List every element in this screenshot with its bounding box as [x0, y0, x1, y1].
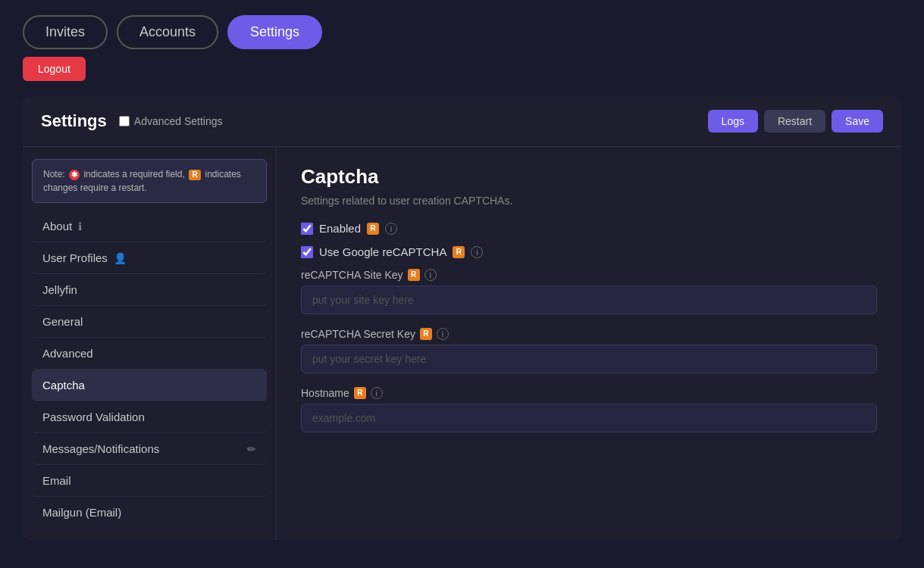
about-label: About [42, 220, 72, 233]
hostname-label-text: Hostname [301, 387, 349, 399]
edit-icon[interactable]: ✏ [247, 443, 256, 455]
use-google-info-icon[interactable]: i [471, 246, 483, 258]
header-actions: Logs Restart Save [708, 110, 883, 133]
secret-key-input[interactable] [301, 345, 877, 373]
advanced-settings-toggle[interactable]: Advanced Settings [119, 115, 223, 127]
note-required-text: indicates a required field, [83, 169, 184, 179]
secret-key-restart-badge: R [420, 328, 432, 340]
settings-panel: Settings Advanced Settings Logs Restart … [23, 96, 901, 540]
email-label: Email [42, 474, 71, 487]
site-key-info-icon[interactable]: i [424, 269, 437, 281]
top-nav: Invites Accounts Settings [0, 0, 924, 57]
secret-key-group: reCAPTCHA Secret Key R i [301, 328, 877, 373]
advanced-settings-checkbox[interactable] [119, 116, 130, 126]
hostname-label: Hostname R i [301, 387, 877, 399]
info-icon: ℹ [78, 220, 82, 233]
nav-invites-button[interactable]: Invites [23, 15, 108, 49]
settings-body: Note: ✱ indicates a required field, R in… [23, 147, 901, 540]
site-key-label-text: reCAPTCHA Site Key [301, 269, 403, 281]
settings-header: Settings Advanced Settings Logs Restart … [23, 96, 901, 147]
note-prefix: Note: [43, 169, 65, 179]
nav-accounts-button[interactable]: Accounts [117, 15, 218, 49]
hostname-input[interactable] [301, 404, 877, 432]
secret-key-label: reCAPTCHA Secret Key R i [301, 328, 877, 340]
site-key-restart-badge: R [408, 269, 420, 281]
logout-button[interactable]: Logout [23, 57, 86, 81]
settings-sidebar: Note: ✱ indicates a required field, R in… [23, 147, 277, 540]
settings-title-area: Settings Advanced Settings [41, 111, 223, 131]
captcha-label: Captcha [42, 379, 85, 392]
general-label: General [42, 315, 83, 328]
logout-row: Logout [0, 57, 924, 96]
user-profiles-label: User Profiles [42, 251, 108, 264]
sidebar-item-email[interactable]: Email [32, 465, 267, 497]
secret-key-label-text: reCAPTCHA Secret Key [301, 328, 415, 340]
enabled-info-icon[interactable]: i [385, 223, 397, 235]
password-validation-label: Password Validation [42, 410, 145, 423]
sidebar-item-jellyfin[interactable]: Jellyfin [32, 274, 267, 306]
site-key-label: reCAPTCHA Site Key R i [301, 269, 877, 281]
settings-title: Settings [41, 111, 107, 131]
use-google-checkbox[interactable] [301, 246, 313, 258]
hostname-group: Hostname R i [301, 387, 877, 432]
logs-button[interactable]: Logs [708, 110, 758, 133]
enabled-checkbox[interactable] [301, 223, 313, 235]
captcha-section-desc: Settings related to user creation CAPTCH… [301, 195, 877, 207]
settings-content: Captcha Settings related to user creatio… [277, 147, 901, 540]
sidebar-item-general[interactable]: General [32, 306, 267, 338]
sidebar-item-password-validation[interactable]: Password Validation [32, 401, 267, 433]
note-box: Note: ✱ indicates a required field, R in… [32, 159, 267, 203]
mailgun-email-label: Mailgun (Email) [42, 506, 121, 519]
captcha-section-title: Captcha [301, 165, 877, 189]
sidebar-item-messages-notifications[interactable]: Messages/Notifications ✏ [32, 433, 267, 465]
hostname-restart-badge: R [354, 387, 366, 399]
messages-notifications-label: Messages/Notifications [42, 442, 159, 455]
sidebar-item-about[interactable]: About ℹ [32, 211, 267, 242]
use-google-restart-badge: R [453, 246, 465, 258]
restart-badge-icon: R [189, 170, 201, 180]
nav-settings-button[interactable]: Settings [227, 15, 322, 49]
sidebar-item-captcha[interactable]: Captcha [32, 370, 267, 401]
secret-key-info-icon[interactable]: i [437, 328, 449, 340]
sidebar-item-advanced[interactable]: Advanced [32, 338, 267, 370]
site-key-input[interactable] [301, 286, 877, 314]
enabled-label: Enabled [319, 222, 361, 235]
restart-button[interactable]: Restart [764, 110, 825, 133]
sidebar-item-user-profiles[interactable]: User Profiles 👤 [32, 242, 267, 274]
user-icon: 👤 [114, 252, 127, 264]
site-key-group: reCAPTCHA Site Key R i [301, 269, 877, 314]
advanced-label: Advanced [42, 347, 93, 360]
advanced-settings-label-text: Advanced Settings [134, 115, 223, 127]
enabled-restart-badge: R [367, 223, 379, 235]
enabled-row: Enabled R i [301, 222, 877, 235]
use-google-label: Use Google reCAPTCHA [319, 245, 446, 258]
save-button[interactable]: Save [832, 110, 883, 133]
use-google-row: Use Google reCAPTCHA R i [301, 245, 877, 258]
jellyfin-label: Jellyfin [42, 283, 77, 296]
hostname-info-icon[interactable]: i [371, 387, 383, 399]
required-star-icon: ✱ [69, 170, 80, 180]
sidebar-item-mailgun-email[interactable]: Mailgun (Email) [32, 497, 267, 528]
